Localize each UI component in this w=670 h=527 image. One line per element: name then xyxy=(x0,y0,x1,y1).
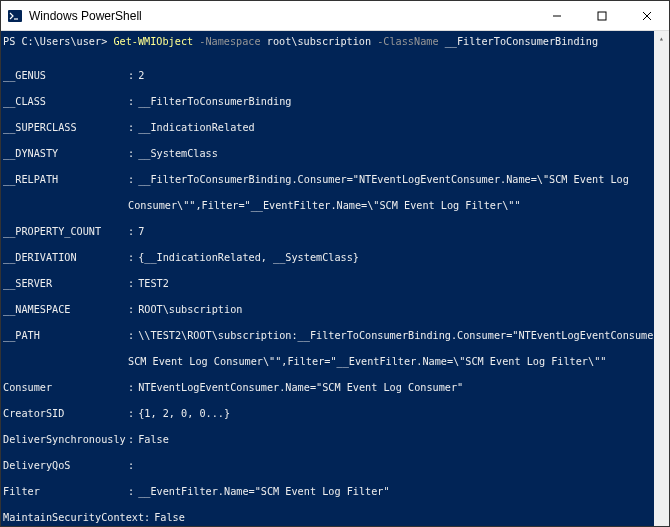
key-filter: Filter xyxy=(3,485,128,498)
prompt-prefix: PS C:\Users\user> xyxy=(3,36,107,47)
key-maintain: MaintainSecurityContext xyxy=(3,511,144,524)
key-deliveryqos: DeliveryQoS xyxy=(3,459,128,472)
scroll-up-icon[interactable]: ▴ xyxy=(654,31,669,46)
val-superclass: __IndicationRelated xyxy=(138,121,255,134)
terminal-area[interactable]: PS C:\Users\user> Get-WMIObject -Namespa… xyxy=(1,31,669,526)
val-class: __FilterToConsumerBinding xyxy=(138,95,291,108)
key-propcount: __PROPERTY_COUNT xyxy=(3,225,128,238)
cmdlet: Get-WMIObject xyxy=(113,36,193,47)
maximize-button[interactable] xyxy=(579,1,624,30)
param-classname: -ClassName xyxy=(377,36,438,47)
window-title: Windows PowerShell xyxy=(29,9,142,23)
val-maintain: False xyxy=(154,511,185,524)
prompt-line: PS C:\Users\user> Get-WMIObject -Namespa… xyxy=(3,35,663,48)
val-filter: __EventFilter.Name="SCM Event Log Filter… xyxy=(138,485,389,498)
key-consumer: Consumer xyxy=(3,381,128,394)
key-class: __CLASS xyxy=(3,95,128,108)
window-controls xyxy=(534,1,669,30)
val-server: TEST2 xyxy=(138,277,169,290)
powershell-icon xyxy=(7,8,23,24)
output-block-1: __GENUS:2 __CLASS:__FilterToConsumerBind… xyxy=(3,56,663,526)
key-genus: __GENUS xyxy=(3,69,128,82)
val-path1: \\TEST2\ROOT\subscription:__FilterToCons… xyxy=(138,329,669,342)
arg-classname: __FilterToConsumerBinding xyxy=(445,36,598,47)
val-creatorsid: {1, 2, 0, 0...} xyxy=(138,407,230,420)
val-relpath1: __FilterToConsumerBinding.Consumer="NTEv… xyxy=(138,173,629,186)
key-path: __PATH xyxy=(3,329,128,342)
key-superclass: __SUPERCLASS xyxy=(3,121,128,134)
val-genus: 2 xyxy=(138,69,144,82)
key-deliversync: DeliverSynchronously xyxy=(3,433,128,446)
key-dynasty: __DYNASTY xyxy=(3,147,128,160)
val-consumer: NTEventLogEventConsumer.Name="SCM Event … xyxy=(138,381,463,394)
key-derivation: __DERIVATION xyxy=(3,251,128,264)
val-namespace: ROOT\subscription xyxy=(138,303,242,316)
close-button[interactable] xyxy=(624,1,669,30)
minimize-button[interactable] xyxy=(534,1,579,30)
key-relpath: __RELPATH xyxy=(3,173,128,186)
param-namespace: -Namespace xyxy=(199,36,260,47)
val-path2: SCM Event Log Consumer\"",Filter="__Even… xyxy=(128,355,606,368)
key-creatorsid: CreatorSID xyxy=(3,407,128,420)
val-propcount: 7 xyxy=(138,225,144,238)
val-relpath2: Consumer\"",Filter="__EventFilter.Name=\… xyxy=(128,199,521,212)
svg-rect-0 xyxy=(8,10,22,22)
scrollbar[interactable]: ▴ xyxy=(654,31,669,526)
titlebar: Windows PowerShell xyxy=(1,1,669,31)
key-server: __SERVER xyxy=(3,277,128,290)
powershell-window: Windows PowerShell PS C:\Users\user> Get… xyxy=(0,0,670,527)
svg-rect-3 xyxy=(598,12,606,20)
val-dynasty: __SystemClass xyxy=(138,147,218,160)
val-derivation: {__IndicationRelated, __SystemClass} xyxy=(138,251,359,264)
val-deliversync: False xyxy=(138,433,169,446)
arg-namespace: root\subscription xyxy=(267,36,371,47)
key-namespace: __NAMESPACE xyxy=(3,303,128,316)
